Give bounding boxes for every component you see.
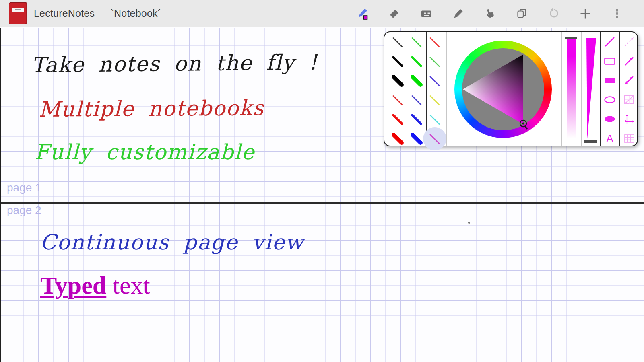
popup-divider [581, 32, 582, 146]
pen-settings-popup: A [384, 31, 638, 146]
finger-icon [484, 8, 496, 20]
grid-tool-button[interactable] [623, 132, 636, 145]
pen-preset-stroke[interactable] [391, 74, 405, 88]
ellipse-icon [604, 94, 616, 107]
pen-icon [356, 7, 369, 20]
page-1-label: page 1 [7, 181, 41, 194]
handwritten-note: Take notes on the fly ! [31, 50, 318, 77]
saturation-value-triangle[interactable] [462, 48, 544, 130]
dashed-arrow-tool-button[interactable] [623, 36, 636, 49]
pen-preset-stroke[interactable] [392, 95, 403, 105]
filled-rectangle-tool-button[interactable] [603, 74, 616, 87]
app-icon-label [12, 8, 24, 12]
pen-preset-stroke[interactable] [392, 56, 404, 68]
pen-preset-stroke[interactable] [429, 56, 440, 67]
handwritten-note: Multiple notebooks [39, 96, 264, 121]
pencil-tool-button[interactable] [449, 4, 467, 23]
popup-divider [561, 32, 562, 146]
line-tool-button[interactable] [603, 36, 616, 49]
arrow-tool-button[interactable] [623, 55, 636, 68]
undo-button[interactable] [545, 4, 562, 23]
double-arrow-icon [623, 74, 635, 88]
window-title: LectureNotes — `Notebook´ [34, 8, 161, 19]
eraser-icon [388, 8, 400, 20]
pen-preset-stroke[interactable] [392, 113, 404, 125]
popup-divider [600, 32, 601, 146]
rectangle-tool-button[interactable] [603, 55, 616, 68]
finger-button[interactable] [481, 4, 499, 23]
pen-preset-stroke[interactable] [411, 37, 422, 47]
stroke-width-handle[interactable] [584, 140, 597, 143]
double-arrow-tool-button[interactable] [623, 74, 636, 87]
pencil-icon [452, 8, 464, 20]
page-left-edge [0, 28, 1, 362]
filled-ellipse-icon [604, 113, 616, 126]
overflow-menu-button[interactable] [608, 4, 626, 23]
opacity-slider-handle[interactable] [565, 37, 577, 39]
opacity-slider[interactable] [567, 37, 576, 143]
duplicate-page-button[interactable] [513, 4, 530, 23]
add-button[interactable] [576, 4, 594, 23]
rectangle-icon [604, 55, 616, 68]
pen-preset-stroke[interactable] [411, 56, 423, 68]
handwritten-note: Continuous page view [40, 230, 304, 254]
grid-icon [623, 132, 635, 146]
dashed-arrow-icon [623, 36, 635, 49]
pen-preset-stroke[interactable] [411, 113, 423, 125]
handwritten-note: Fully customizable [35, 140, 255, 164]
typed-text-bold: Typed [40, 272, 106, 299]
typed-text-rest: text [106, 272, 150, 299]
ellipse-tool-button[interactable] [603, 94, 616, 107]
line-icon [604, 36, 616, 49]
toolbar: LectureNotes — `Notebook´ [0, 0, 644, 27]
lecturenotes-app: LectureNotes — `Notebook´ [0, 0, 644, 362]
keyboard-icon [420, 8, 432, 20]
stroke-width-slider[interactable] [585, 37, 598, 144]
keyboard-button[interactable] [417, 4, 435, 23]
crossed-rectangle-icon [623, 94, 635, 107]
pen-preset-stroke[interactable] [429, 114, 440, 125]
pen-preset-stroke[interactable] [429, 37, 440, 47]
plus-icon [579, 8, 591, 20]
coordinate-axes-tool-button[interactable] [623, 113, 636, 126]
filled-rectangle-icon [604, 74, 616, 88]
filled-ellipse-tool-button[interactable] [603, 113, 616, 126]
popup-divider [426, 32, 427, 146]
popup-divider [446, 32, 447, 146]
pen-preset-stroke[interactable] [410, 132, 423, 146]
undo-icon [547, 8, 559, 20]
page-2-label: page 2 [7, 204, 41, 217]
arrow-icon [623, 55, 635, 68]
pen-preset-stroke[interactable] [429, 95, 440, 105]
color-selector-marker [520, 120, 527, 129]
pen-preset-stroke[interactable] [410, 74, 423, 88]
coordinate-axes-icon [623, 113, 635, 126]
page-divider [0, 202, 644, 204]
eraser-button[interactable] [386, 4, 403, 23]
text-tool-icon: A [606, 133, 613, 145]
popup-divider [619, 32, 620, 146]
text-tool-button[interactable]: A [603, 132, 616, 145]
toolbar-actions [354, 0, 626, 27]
crossed-rectangle-tool-button[interactable] [623, 94, 636, 107]
pen-preset-stroke[interactable] [391, 132, 405, 146]
pen-preset-stroke[interactable] [392, 37, 403, 47]
stray-ink-dot [468, 222, 470, 224]
pen-preset-stroke[interactable] [429, 76, 440, 86]
pen-tool-button[interactable] [354, 4, 372, 23]
overflow-menu-icon [611, 8, 623, 20]
pen-preset-stroke[interactable] [411, 95, 422, 105]
typed-text-note: Typed text [40, 271, 150, 300]
app-icon [9, 2, 27, 24]
pages-icon [516, 8, 528, 20]
